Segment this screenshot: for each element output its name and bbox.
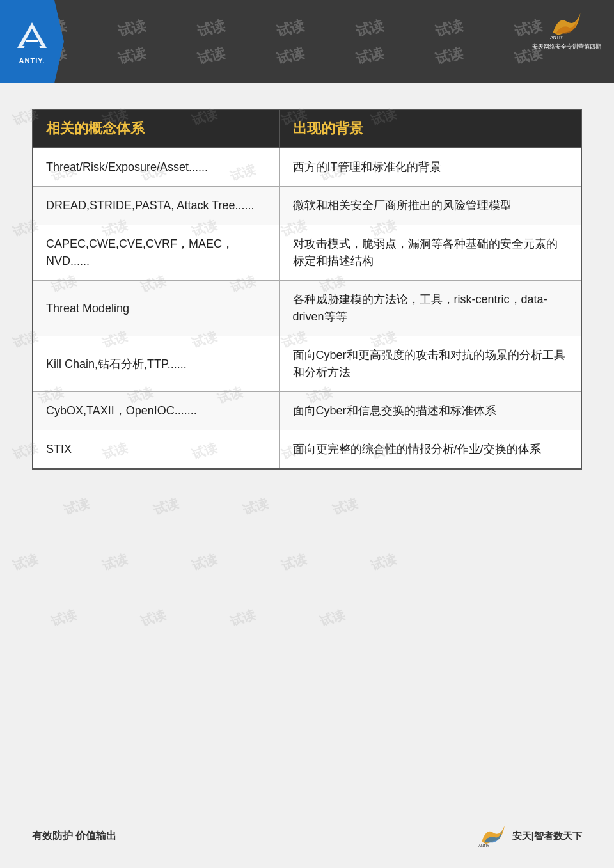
table-row: Kill Chain,钻石分析,TTP......面向Cyber和更高强度的攻击… — [33, 336, 581, 392]
table-row: CybOX,TAXII，OpenIOC.......面向Cyber和信息交换的描… — [33, 392, 581, 430]
header: 试读 试读 试读 试读 试读 试读 试读 试读 试读 试读 试读 试读 试读 试… — [0, 0, 614, 83]
logo-text: ANTIY. — [19, 57, 45, 65]
col2-cell: 面向更完整的综合性的情报分析/作业/交换的体系 — [279, 430, 581, 470]
header-right-brand: ANTIY 安天网络安全专训营第四期 — [532, 10, 601, 51]
table-row: STIX面向更完整的综合性的情报分析/作业/交换的体系 — [33, 430, 581, 470]
col1-cell: Kill Chain,钻石分析,TTP...... — [33, 336, 279, 392]
svg-text:ANTIY: ANTIY — [550, 35, 563, 40]
col2-cell: 各种威胁建模的方法论，工具，risk-centric，data-driven等等 — [279, 281, 581, 336]
col1-cell: Threat/Risk/Exposure/Asset...... — [33, 148, 279, 187]
col1-cell: CAPEC,CWE,CVE,CVRF，MAEC，NVD...... — [33, 225, 279, 281]
col2-cell: 面向Cyber和更高强度的攻击和对抗的场景的分析工具和分析方法 — [279, 336, 581, 392]
col1-cell: STIX — [33, 430, 279, 470]
table-row: Threat/Risk/Exposure/Asset......西方的IT管理和… — [33, 148, 581, 187]
brand-icon: ANTIY — [547, 10, 586, 42]
col1-cell: CybOX,TAXII，OpenIOC....... — [33, 392, 279, 430]
footer-brand-icon: ANTIY — [477, 823, 509, 849]
footer-right: ANTIY 安天|智者数天下 — [477, 823, 582, 849]
col2-cell: 西方的IT管理和标准化的背景 — [279, 148, 581, 187]
col1-cell: Threat Modeling — [33, 281, 279, 336]
table-row: DREAD,STRIDE,PASTA, Attack Tree......微软和… — [33, 187, 581, 225]
col2-cell: 微软和相关安全厂商所推出的风险管理模型 — [279, 187, 581, 225]
footer-brand-text: 安天|智者数天下 — [512, 830, 582, 842]
concepts-table: 相关的概念体系 出现的背景 Threat/Risk/Exposure/Asset… — [32, 109, 582, 470]
svg-text:ANTIY: ANTIY — [478, 844, 489, 848]
col2-header: 出现的背景 — [279, 109, 581, 148]
col1-header: 相关的概念体系 — [33, 109, 279, 148]
footer-left-text: 有效防护 价值输出 — [32, 830, 116, 843]
brand-subtitle-text: 安天网络安全专训营第四期 — [532, 43, 601, 51]
main-content: 相关的概念体系 出现的背景 Threat/Risk/Exposure/Asset… — [0, 83, 614, 489]
table-row: CAPEC,CWE,CVE,CVRF，MAEC，NVD......对攻击模式，脆… — [33, 225, 581, 281]
col1-cell: DREAD,STRIDE,PASTA, Attack Tree...... — [33, 187, 279, 225]
col2-cell: 面向Cyber和信息交换的描述和标准体系 — [279, 392, 581, 430]
footer: 有效防护 价值输出 ANTIY 安天|智者数天下 — [0, 823, 614, 849]
col2-cell: 对攻击模式，脆弱点，漏洞等各种基础的安全元素的标定和描述结构 — [279, 225, 581, 281]
logo: ANTIY. — [0, 0, 64, 83]
logo-icon — [15, 19, 50, 54]
table-row: Threat Modeling各种威胁建模的方法论，工具，risk-centri… — [33, 281, 581, 336]
header-watermarks: 试读 试读 试读 试读 试读 试读 试读 试读 试读 试读 试读 试读 试读 试… — [0, 0, 614, 83]
